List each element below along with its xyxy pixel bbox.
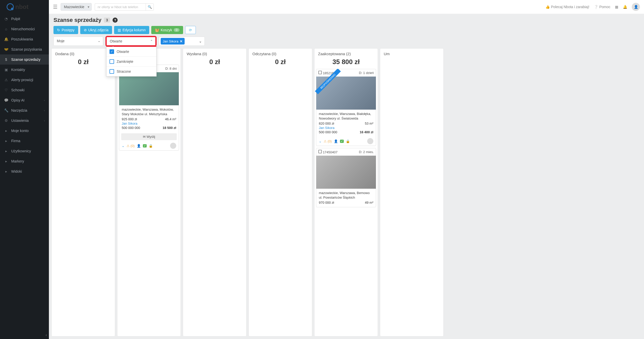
chevron-left-icon: ‹ [44,109,45,112]
sidebar-item-moje-konto[interactable]: ▸Moje konto [0,126,49,136]
column-sum [380,57,443,61]
sidebar-item-firma[interactable]: ▸Firma [0,136,49,146]
sidebar-item-kontakty[interactable]: ▣Kontakty [0,65,49,75]
column-title: Odczytana (0) [252,52,308,56]
cart-icon: 🧺 [155,28,159,32]
refresh-button[interactable]: ⟳ [185,26,196,34]
checkbox-icon [109,69,114,74]
sidebar-item-pulpit[interactable]: ◔Pulpit [0,14,49,24]
sidebar-item-label: Markery [11,159,24,163]
topbar: nbot ☰ Mazowieckie 🔍 👍Polecaj Nbota i za… [49,0,644,14]
column-title: Dodana (0) [55,52,111,56]
card-agent[interactable]: Jan Sikora [319,126,334,130]
chevron-down-icon[interactable]: ⌄ [319,139,322,143]
region-select[interactable]: Mazowieckie [61,3,92,11]
kanban-column: Wysłana (0) 0 zł [183,48,246,336]
help-link[interactable]: ❔Pomoc [594,5,610,9]
sidebar-item-label: Widoki [11,169,22,173]
card-select[interactable]: 17450407 [318,150,337,154]
search-input[interactable] [95,3,146,11]
sidebar-item-opisy-ai[interactable]: 💬Opisy AI‹ [0,95,49,105]
lock-icon: 🔒 [346,139,350,143]
card-location: mazowieckie, Warszawa, Mokotów, Stary Mo… [122,107,176,116]
status-dropdown: ✓OtwarteZamknięteStracone [106,46,157,77]
card-area: 46.4 m² [165,117,176,121]
user-icon: 👤 [334,139,338,143]
warning-icon: ⚠ (0) [324,139,332,143]
status-option-zamknięte[interactable]: Zamknięte [106,57,156,67]
card-age: D: 1 dzień [359,71,374,75]
caret-icon: ▸ [4,159,8,163]
chevron-down-icon[interactable]: ⌄ [122,144,125,148]
sidebar-item-szanse-sprzedaży[interactable]: $Szanse sprzedaży [0,54,49,65]
cart-button[interactable]: 🧺Koszyk0 [151,26,183,34]
refer-link[interactable]: 👍Polecaj Nbota i zarabiaj! [545,5,589,9]
sidebar-item-ustawienia[interactable]: ⚙Ustawienia‹ [0,115,49,126]
sidebar-item-label: Alerty prowizji [11,78,33,82]
search-button[interactable]: 🔍 [146,3,154,11]
card-location: mazowieckie, Warszawa, Bemowo ul. Powsta… [319,191,373,200]
sidebar-item-schowki[interactable]: ♡Schowki [0,85,49,95]
sidebar-collapse[interactable]: ‹ [46,333,47,337]
hide-photos-button[interactable]: ⊘Ukryj zdjęcia [80,26,112,34]
page-title: Szanse sprzedaży [53,17,101,23]
chip-remove-icon[interactable]: ✕ [180,39,183,43]
card-area: 53 m² [365,122,373,125]
listing-card[interactable]: 18521605D: 1 dzień BEZPOŚREDNIO mazowiec… [316,69,376,146]
kanban-column: Odczytana (0) 0 zł [249,48,312,336]
sidebar-item-label: Nieruchomości [11,27,35,31]
check-icon: ✓ [143,144,147,148]
assignee-avatar[interactable] [170,143,176,149]
edit-columns-button[interactable]: ▥Edycja kolumn [114,26,149,34]
calendar-icon[interactable]: ▦ [615,5,618,9]
caret-icon: ▸ [4,139,8,143]
status-filter[interactable]: Otwarte⌃ ✓OtwarteZamknięteStracone [106,37,156,46]
column-sum: 0 zł [249,57,312,69]
sidebar-item-label: Firma [11,139,20,143]
status-option-stracone[interactable]: Stracone [106,67,156,76]
sidebar-item-markery[interactable]: ▸Markery [0,156,49,166]
listing-card[interactable]: D: 8 dni mazowieckie, Warszawa, Mokotów,… [119,65,179,151]
page-help-icon[interactable]: ? [113,18,118,23]
sidebar-item-nieruchomości[interactable]: ⌂Nieruchomości [0,24,49,34]
cart-count-badge: 0 [174,28,180,32]
sidebar-item-widoki[interactable]: ▸Widoki [0,166,49,176]
sidebar-item-label: Narzędzia [11,108,27,112]
assignee-avatar[interactable] [367,138,373,144]
card-commission: 16 400 zł [360,130,374,134]
kanban-column: Dodana (0) 0 zł [51,48,115,336]
checkbox-icon [109,59,114,64]
progress-button[interactable]: ↻Postępy [53,26,78,34]
question-icon: ❔ [594,5,598,9]
card-agent[interactable]: Jan Sikora [122,122,137,125]
wrench-icon: 🔧 [4,108,8,112]
chevron-left-icon: ‹ [44,119,45,122]
sidebar-item-label: Szanse sprzedaży [11,57,40,62]
chevron-down-icon: ⌄ [199,39,202,43]
agent-filter[interactable]: Jan Sikora ✕ ⌄ [159,37,205,46]
scope-filter[interactable]: Moje⌄ [53,37,103,46]
sidebar-item-użytkownicy[interactable]: ▸Użytkownicy [0,146,49,156]
send-button[interactable]: ✉ Wyślij [121,133,177,140]
logo-icon [7,3,14,10]
listing-card[interactable]: 17450407D: 2 mies. mazowieckie, Warszawa… [316,148,376,207]
dollar-icon: $ [4,57,8,62]
handshake-icon: 🤝 [4,47,8,51]
sidebar-item-poszukiwania[interactable]: 🔔Poszukiwania [0,34,49,44]
user-avatar[interactable]: 👤 [632,3,640,11]
heart-icon: ♡ [4,88,8,92]
menu-toggle-icon[interactable]: ☰ [53,4,58,10]
column-sum: 35 800 zł [314,57,378,69]
logo: nbot [7,3,29,10]
sidebar-item-alerty-prowizji[interactable]: ⚠Alerty prowizji [0,75,49,85]
warning-icon: ⚠ (0) [127,144,135,148]
card-price: 970 000 zł [319,201,334,204]
search-icon: 🔍 [148,5,152,9]
sidebar-item-szanse-pozyskania[interactable]: 🤝Szanse pozyskania [0,44,49,54]
bell-icon[interactable]: 🔔 [623,5,627,9]
sidebar-item-narzędzia[interactable]: 🔧Narzędzia‹ [0,105,49,115]
card-image: BEZPOŚREDNIO [316,77,376,110]
status-option-otwarte[interactable]: ✓Otwarte [106,47,156,57]
agent-chip: Jan Sikora ✕ [161,38,185,45]
user-icon: 👤 [137,144,141,148]
